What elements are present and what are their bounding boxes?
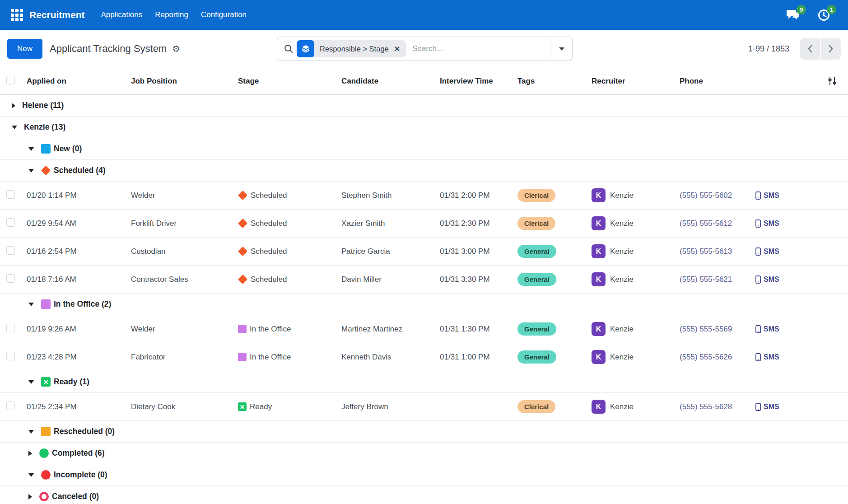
column-header-phone[interactable]: Phone [680, 77, 703, 86]
sms-button[interactable]: SMS [755, 219, 779, 228]
column-header-candidate[interactable]: Candidate [337, 77, 435, 86]
sms-button[interactable]: SMS [755, 403, 779, 411]
group-row-stage-ready[interactable]: Ready (1) [0, 371, 848, 393]
applied-on-cell: 01/29 9:54 AM [22, 219, 126, 228]
recruiter-cell: K Kenzie [587, 322, 675, 336]
group-row-stage-canceled[interactable]: Canceled (0) [0, 486, 848, 504]
recruiter-avatar: K [592, 188, 606, 202]
phone-cell: (555) 555-5628 SMS [675, 402, 848, 411]
group-row-stage-in-the-office[interactable]: In the Office (2) [0, 294, 848, 315]
group-row-stage-rescheduled[interactable]: Rescheduled (0) [0, 421, 848, 443]
column-header-tags[interactable]: Tags [513, 77, 587, 86]
tag-badge: Clerical [517, 400, 555, 413]
caret-down-icon[interactable] [28, 303, 34, 306]
nav-item-reporting[interactable]: Reporting [149, 6, 195, 24]
table-row[interactable]: 01/20 1:14 PM Welder Scheduled Stephen S… [0, 182, 848, 210]
stage-cell: Scheduled [233, 219, 337, 228]
apps-grid-icon[interactable] [11, 9, 23, 21]
phone-link[interactable]: (555) 555-5621 [680, 275, 752, 284]
sms-button[interactable]: SMS [755, 247, 779, 256]
tag-badge: General [517, 273, 556, 286]
new-button[interactable]: New [7, 39, 42, 59]
pager-previous-button[interactable] [800, 38, 820, 60]
table-row[interactable]: 01/23 4:28 PM Fabricator In the Office K… [0, 343, 848, 371]
sms-button[interactable]: SMS [755, 325, 779, 333]
row-checkbox[interactable] [6, 190, 15, 199]
nav-item-applications[interactable]: Applications [95, 6, 149, 24]
view-settings-gear-icon[interactable]: ⚙ [172, 44, 180, 53]
column-header-recruiter[interactable]: Recruiter [587, 77, 675, 86]
search-input[interactable] [412, 44, 551, 53]
facet-remove-icon[interactable]: ✕ [393, 45, 406, 53]
phone-cell: (555) 555-5612 SMS [675, 219, 848, 228]
caret-right-icon[interactable] [28, 451, 32, 456]
row-checkbox[interactable] [6, 352, 15, 360]
sms-button[interactable]: SMS [755, 191, 779, 200]
activities-clock-icon[interactable]: 1 [818, 9, 830, 21]
job-position-cell: Forklift Driver [126, 219, 233, 228]
phone-cell: (555) 555-5626 SMS [675, 353, 848, 362]
group-row-stage-scheduled[interactable]: Scheduled (4) [0, 160, 848, 182]
group-row-helene[interactable]: Helene (11) [0, 95, 848, 117]
stage-scheduled-icon [238, 191, 247, 200]
applied-on-cell: 01/25 2:34 PM [22, 402, 126, 411]
table-row[interactable]: 01/18 7:16 AM Contractor Sales Scheduled… [0, 266, 848, 294]
caret-down-icon[interactable] [28, 147, 34, 151]
group-label: Rescheduled (0) [54, 427, 115, 436]
tag-badge: Clerical [517, 189, 555, 202]
table-row[interactable]: 01/25 2:34 PM Dietary Cook Ready Jeffery… [0, 393, 848, 421]
row-checkbox[interactable] [6, 324, 15, 332]
column-header-interview-time[interactable]: Interview Time [435, 77, 513, 86]
phone-link[interactable]: (555) 555-5628 [680, 402, 752, 411]
group-row-stage-completed[interactable]: Completed (6) [0, 443, 848, 464]
caret-down-icon[interactable] [28, 169, 34, 173]
column-header-job-position[interactable]: Job Position [126, 77, 233, 86]
phone-link[interactable]: (555) 555-5613 [680, 247, 752, 256]
select-all-checkbox[interactable] [6, 76, 15, 84]
job-position-cell: Contractor Sales [126, 275, 233, 284]
applied-on-cell: 01/18 7:16 AM [22, 275, 126, 284]
stage-incomplete-icon [41, 470, 51, 480]
caret-down-icon[interactable] [28, 473, 34, 477]
row-checkbox[interactable] [6, 274, 15, 283]
phone-link[interactable]: (555) 555-5626 [680, 353, 752, 362]
adjust-columns-icon[interactable] [827, 76, 837, 86]
group-row-kenzie[interactable]: Kenzie (13) [0, 117, 848, 138]
sms-button[interactable]: SMS [755, 353, 779, 361]
caret-down-icon[interactable] [28, 380, 34, 384]
column-header-stage[interactable]: Stage [233, 77, 337, 86]
table-row[interactable]: 01/16 2:54 PM Custodian Scheduled Patric… [0, 238, 848, 266]
phone-link[interactable]: (555) 555-5612 [680, 219, 752, 228]
stage-scheduled-icon [238, 275, 247, 284]
row-checkbox[interactable] [6, 218, 15, 227]
sms-button[interactable]: SMS [755, 275, 779, 284]
mobile-phone-icon [755, 247, 761, 256]
search-bar[interactable]: Responsible > Stage ✕ [277, 37, 573, 61]
phone-link[interactable]: (555) 555-5602 [680, 191, 752, 200]
messages-icon[interactable]: 9 [786, 9, 800, 21]
caret-right-icon[interactable] [28, 494, 32, 499]
table-row[interactable]: 01/19 9:26 AM Welder In the Office Marti… [0, 315, 848, 343]
group-row-stage-incomplete[interactable]: Incomplete (0) [0, 464, 848, 486]
group-label: New (0) [54, 144, 82, 154]
row-checkbox[interactable] [6, 401, 15, 410]
table-row[interactable]: 01/29 9:54 AM Forklift Driver Scheduled … [0, 210, 848, 238]
phone-link[interactable]: (555) 555-5569 [680, 325, 752, 334]
phone-cell: (555) 555-5613 SMS [675, 247, 848, 256]
tag-badge: General [517, 350, 556, 364]
nav-item-configuration[interactable]: Configuration [195, 6, 253, 24]
column-header-applied-on[interactable]: Applied on [22, 77, 126, 86]
caret-down-icon[interactable] [12, 126, 17, 129]
row-checkbox[interactable] [6, 246, 15, 255]
recruiter-cell: K Kenzie [587, 350, 675, 364]
stage-in-the-office-icon [238, 325, 247, 333]
app-name[interactable]: Recruitment [29, 9, 85, 20]
caret-down-icon[interactable] [28, 430, 34, 434]
pager-next-button[interactable] [821, 38, 841, 60]
search-dropdown-toggle[interactable] [551, 37, 572, 61]
caret-right-icon[interactable] [12, 103, 15, 108]
group-label: Scheduled (4) [54, 166, 106, 175]
tags-cell: General [513, 322, 587, 336]
group-row-stage-new[interactable]: New (0) [0, 138, 848, 160]
stage-cell: Scheduled [233, 247, 337, 256]
